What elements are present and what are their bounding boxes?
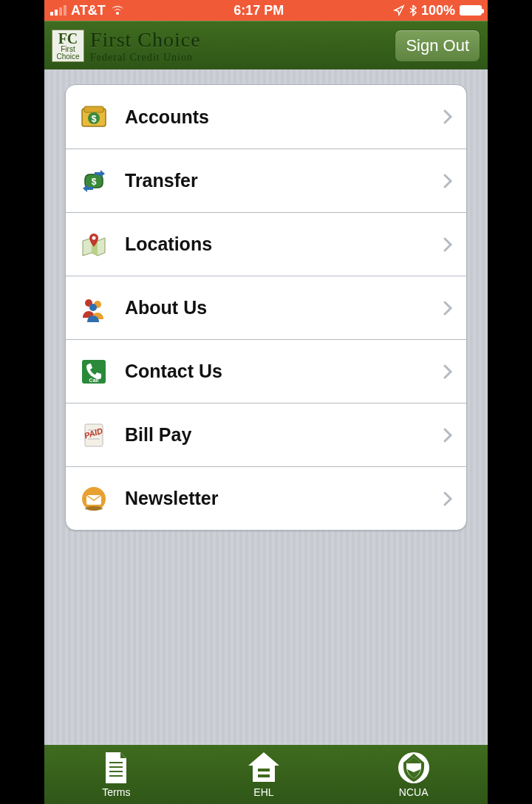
brand-subtitle: Federal Credit Union [90,52,201,64]
sign-out-button[interactable]: Sign Out [395,30,480,62]
menu-label: Accounts [125,106,443,128]
menu-label: About Us [125,297,443,318]
brand-logo-caption2: Choice [56,53,79,61]
footer-label: EHL [253,786,273,798]
brand: FC First Choice First Choice Federal Cre… [52,28,201,64]
svg-rect-1 [84,106,103,112]
menu-label: Locations [125,234,443,255]
menu-label: Transfer [125,170,443,191]
menu-item-transfer[interactable]: $ Transfer [66,149,466,212]
document-icon [101,751,131,785]
bluetooth-icon [409,4,417,16]
footer-item-terms[interactable]: Terms [101,751,131,798]
wallet-dollar-icon: $ [79,102,109,132]
chevron-right-icon [443,236,453,253]
svg-rect-27 [258,774,270,777]
chevron-right-icon [443,173,453,189]
brand-title: First Choice [90,28,201,52]
chevron-right-icon [443,427,453,443]
menu-item-contact-us[interactable]: Call Contact Us [66,339,466,403]
menu-item-bill-pay[interactable]: PAID Bill Pay [66,403,466,466]
menu-item-about-us[interactable]: About Us [66,276,466,339]
chevron-right-icon [443,364,453,380]
brand-text: First Choice Federal Credit Union [90,28,201,64]
svg-rect-26 [258,769,270,771]
menu-label: Contact Us [125,361,443,382]
menu-label: Bill Pay [125,424,443,446]
menu-item-locations[interactable]: Locations [66,212,466,276]
footer-item-ncua[interactable]: NCUA [397,751,431,798]
map-pin-icon [79,230,109,259]
wifi-icon [110,5,125,16]
svg-point-11 [89,304,97,311]
phone-call-icon: Call [79,357,109,386]
footer-label: Terms [102,786,130,798]
main-menu: $ Accounts $ Transfer [65,84,467,531]
transfer-arrows-icon: $ [79,166,109,196]
brand-logo-initials: FC [58,31,78,46]
svg-text:$: $ [92,114,97,124]
svg-point-8 [92,236,96,239]
chevron-right-icon [443,300,453,316]
menu-item-newsletter[interactable]: Newsletter [66,466,466,530]
ncua-shield-icon [397,751,431,785]
menu-item-accounts[interactable]: $ Accounts [66,85,466,149]
people-group-icon [79,293,109,323]
chevron-right-icon [443,491,453,507]
status-bar: AT&T 6:17 PM 100% [44,0,488,21]
status-left: AT&T [50,3,125,18]
equal-housing-icon [245,751,282,785]
svg-text:$: $ [92,177,97,187]
content-area: $ Accounts $ Transfer [44,69,488,745]
brand-logo: FC First Choice [52,30,84,62]
email-envelope-icon [79,484,109,514]
chevron-right-icon [443,109,453,125]
svg-text:Call: Call [89,378,99,383]
footer-label: NCUA [399,786,429,798]
app-header: FC First Choice First Choice Federal Cre… [44,21,488,69]
battery-icon [460,5,482,16]
battery-percent: 100% [421,3,455,18]
svg-point-21 [85,506,103,511]
footer-item-ehl[interactable]: EHL [245,751,282,798]
carrier-label: AT&T [71,3,106,18]
status-right: 100% [393,3,482,18]
location-arrow-icon [393,4,405,16]
footer-bar: Terms EHL NCUA [44,745,488,804]
menu-label: Newsletter [125,488,443,509]
signal-bars-icon [50,5,66,16]
brand-logo-caption1: First [61,46,75,53]
paid-receipt-icon: PAID [79,420,109,450]
status-time: 6:17 PM [233,3,284,18]
